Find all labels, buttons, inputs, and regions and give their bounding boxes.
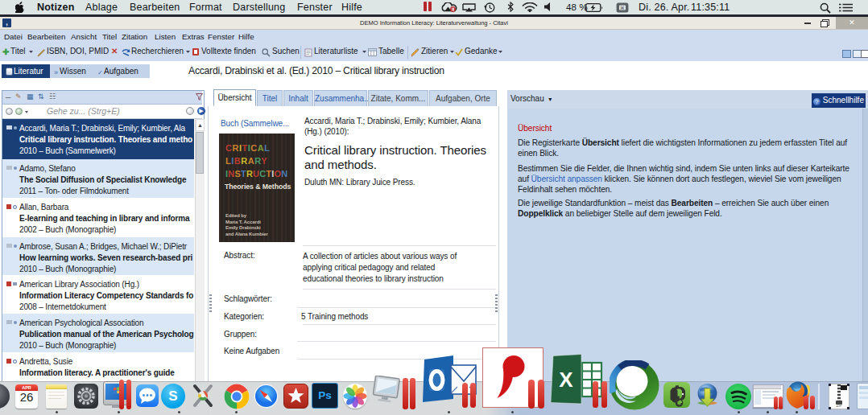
svg-text:X: X	[559, 368, 573, 392]
